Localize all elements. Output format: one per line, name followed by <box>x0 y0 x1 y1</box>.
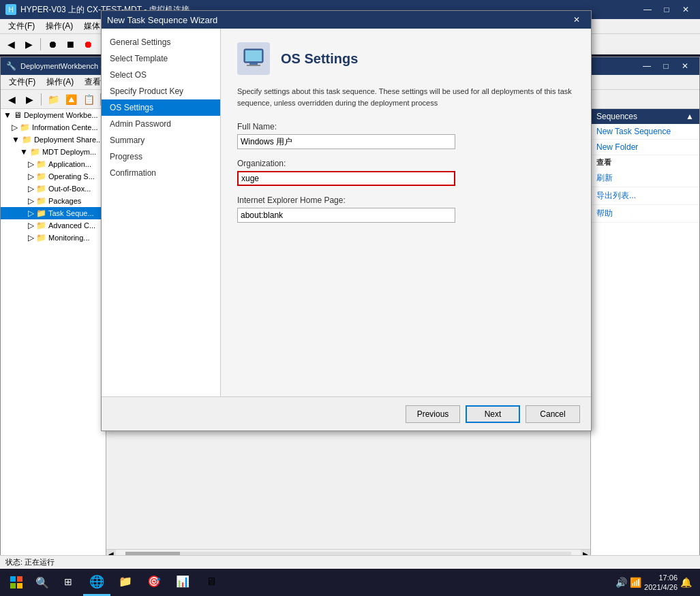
tree-item-advanced[interactable]: ▷ 📁 Advanced C... <box>1 219 106 232</box>
taskbar-right: 🔊 📶 17:06 2021/4/26 🔔 <box>615 573 697 593</box>
inner-toolbar-back[interactable]: ◀ <box>3 92 20 107</box>
wizard-close-button[interactable]: ✕ <box>568 13 585 27</box>
wizard-nav-admin-password[interactable]: Admin Password <box>102 116 220 132</box>
menu-action[interactable]: 操作(A) <box>40 19 78 33</box>
cancel-button[interactable]: Cancel <box>526 405 580 423</box>
svg-rect-3 <box>247 65 260 66</box>
wizard-nav-template[interactable]: Select Template <box>102 50 220 67</box>
taskbar-btn3[interactable]: 🎯 <box>140 569 168 596</box>
tree-folder-icon6: 📁 <box>36 172 46 181</box>
right-panel-expand[interactable]: ▲ <box>686 112 694 121</box>
right-panel: Sequences ▲ New Task Sequence New Folder… <box>590 109 699 559</box>
inner-toolbar-btn3[interactable]: 📋 <box>80 92 97 107</box>
toolbar-back[interactable]: ◀ <box>3 37 19 52</box>
tree-item-mdt[interactable]: ▼ 📁 MDT Deploym... <box>1 146 106 158</box>
svg-rect-6 <box>10 583 16 589</box>
toolbar-btn1[interactable]: ⏺ <box>44 37 61 52</box>
tree-label-mdt: MDT Deploym... <box>42 148 96 156</box>
menu-file[interactable]: 文件(F) <box>3 19 40 33</box>
taskbar-ie[interactable]: 🌐 <box>83 569 110 596</box>
wizard-nav: General Settings Select Template Select … <box>102 29 221 396</box>
right-panel-title: Sequences <box>596 112 637 121</box>
wizard-dialog: New Task Sequence Wizard ✕ General Setti… <box>101 10 592 431</box>
inner-close[interactable]: ✕ <box>676 59 694 73</box>
inner-toolbar-btn2[interactable]: 🔼 <box>63 92 79 107</box>
tree-item-packages[interactable]: ▷ 📁 Packages <box>1 195 106 207</box>
taskbar-notification[interactable]: 🔔 <box>680 577 692 588</box>
tree-item-os[interactable]: ▷ 📁 Operating S... <box>1 170 106 183</box>
taskbar-explorer[interactable]: 📁 <box>112 569 139 596</box>
start-button[interactable] <box>3 569 30 596</box>
maximize-button[interactable]: □ <box>658 3 675 16</box>
wizard-step-icon <box>237 42 270 75</box>
wizard-step-header: OS Settings <box>237 42 575 75</box>
tree-folder-icon11: 📁 <box>36 233 46 242</box>
full-name-input[interactable] <box>237 134 455 149</box>
tree-item-root[interactable]: ▼ 🖥 Deployment Workbe... <box>1 109 106 121</box>
inner-minimize[interactable]: — <box>638 59 656 73</box>
inner-toolbar-forward[interactable]: ▶ <box>21 92 37 107</box>
status-bar: 状态: 正在运行 <box>0 555 700 569</box>
wizard-nav-product-key[interactable]: Specify Product Key <box>102 83 220 99</box>
tree-expand-icon: ▼ <box>3 110 12 120</box>
taskbar-btn5[interactable]: 🖥 <box>198 569 225 596</box>
minimize-button[interactable]: — <box>639 3 656 16</box>
right-panel-section-view: 查看 <box>591 155 699 170</box>
next-button[interactable]: Next <box>466 405 520 423</box>
toolbar-btn2[interactable]: ⏹ <box>62 37 78 52</box>
toolbar-forward[interactable]: ▶ <box>20 37 37 52</box>
taskbar-time-text: 17:06 <box>644 573 678 582</box>
wizard-nav-confirmation[interactable]: Confirmation <box>102 165 220 181</box>
tree-label-advanced: Advanced C... <box>48 221 95 230</box>
inner-menu-file[interactable]: 文件(F) <box>3 75 41 89</box>
inner-window-icon: 🔧 <box>6 61 16 71</box>
wizard-nav-general[interactable]: General Settings <box>102 34 220 50</box>
taskbar-taskview[interactable]: ⊞ <box>55 569 82 596</box>
organization-input[interactable] <box>237 171 455 186</box>
tree-item-taskseq[interactable]: ▷ 📁 Task Seque... <box>1 207 106 219</box>
previous-button[interactable]: Previous <box>406 405 460 423</box>
tree-folder-icon7: 📁 <box>36 184 46 193</box>
taskbar-btn4[interactable]: 📊 <box>169 569 196 596</box>
tree-item-monitoring[interactable]: ▷ 📁 Monitoring... <box>1 232 106 244</box>
svg-rect-2 <box>249 63 258 65</box>
tree-expand-icon5: ▷ <box>28 159 34 169</box>
tree-item-info[interactable]: ▷ 📁 Information Cente... <box>1 121 106 134</box>
tree-panel: ▼ 🖥 Deployment Workbe... ▷ 📁 Information… <box>1 109 106 559</box>
tree-item-application[interactable]: ▷ 📁 Application... <box>1 158 106 170</box>
action-new-task-sequence[interactable]: New Task Sequence <box>591 124 699 140</box>
tree-item-deploy-share[interactable]: ▼ 📁 Deployment Share... <box>1 134 106 146</box>
tree-expand-icon9: ▷ <box>28 208 34 218</box>
taskbar-date-text: 2021/4/26 <box>644 582 678 592</box>
tree-folder-icon4: 📁 <box>30 147 40 157</box>
svg-rect-5 <box>17 576 22 582</box>
toolbar-btn3[interactable]: ⏺ <box>80 37 96 52</box>
tree-expand-icon4: ▼ <box>20 147 28 157</box>
inner-menu-action[interactable]: 操作(A) <box>41 75 79 89</box>
wizard-nav-progress[interactable]: Progress <box>102 148 220 165</box>
organization-label: Organization: <box>237 159 575 168</box>
search-button[interactable]: 🔍 <box>31 571 53 593</box>
wizard-step-description: Specify settings about this task sequenc… <box>237 86 575 108</box>
action-refresh[interactable]: 刷新 <box>591 170 699 187</box>
tree-folder-icon8: 📁 <box>36 196 46 206</box>
inner-maximize[interactable]: □ <box>657 59 675 73</box>
outer-window-icon: H <box>5 4 16 15</box>
wizard-nav-summary[interactable]: Summary <box>102 132 220 148</box>
tree-expand-icon8: ▷ <box>28 196 34 206</box>
tree-folder-icon5: 📁 <box>36 159 46 169</box>
inner-toolbar-btn1[interactable]: 📁 <box>45 92 61 107</box>
tree-label-monitoring: Monitoring... <box>48 234 90 242</box>
wizard-nav-select-os[interactable]: Select OS <box>102 67 220 83</box>
tree-folder-icon2: 📁 <box>20 123 30 132</box>
tree-label-outofbox: Out-of-Box... <box>48 185 91 193</box>
tree-label-application: Application... <box>48 160 91 168</box>
tree-item-outofbox[interactable]: ▷ 📁 Out-of-Box... <box>1 183 106 195</box>
ie-home-input[interactable] <box>237 208 455 223</box>
wizard-nav-os-settings[interactable]: OS Settings <box>102 99 220 116</box>
action-export-list[interactable]: 导出列表... <box>591 187 699 205</box>
action-new-folder[interactable]: New Folder <box>591 140 699 155</box>
tree-label-root: Deployment Workbe... <box>24 111 98 119</box>
close-button[interactable]: ✕ <box>677 3 695 16</box>
action-help[interactable]: 帮助 <box>591 205 699 223</box>
